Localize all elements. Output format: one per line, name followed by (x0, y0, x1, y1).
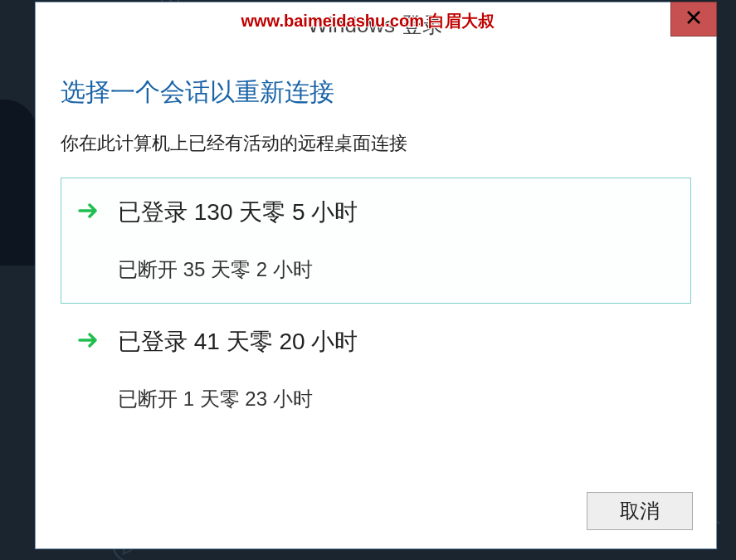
session-logged-in-label: 已登录 130 天零 5 小时 (118, 197, 674, 228)
instruction-title: 选择一个会话以重新连接 (61, 75, 691, 110)
button-row: 取消 (587, 492, 693, 530)
cancel-button[interactable]: 取消 (587, 492, 693, 530)
close-button[interactable] (670, 2, 717, 37)
session-text: 已登录 41 天零 20 小时 已断开 1 天零 23 小时 (118, 326, 674, 412)
session-text: 已登录 130 天零 5 小时 已断开 35 天零 2 小时 (118, 197, 674, 283)
session-list: 已登录 130 天零 5 小时 已断开 35 天零 2 小时 已登录 41 天零… (61, 178, 691, 433)
dialog-content: 选择一个会话以重新连接 你在此计算机上已经有活动的远程桌面连接 已登录 130 … (36, 47, 716, 453)
arrow-right-icon (78, 331, 100, 353)
login-dialog: Windows 登录 选择一个会话以重新连接 你在此计算机上已经有活动的远程桌面… (35, 2, 717, 549)
session-logged-in-label: 已登录 41 天零 20 小时 (118, 326, 674, 358)
close-icon (686, 10, 701, 28)
session-disconnected-label: 已断开 35 天零 2 小时 (118, 256, 674, 283)
instruction-subtitle: 你在此计算机上已经有活动的远程桌面连接 (61, 131, 691, 156)
arrow-right-icon (78, 202, 100, 223)
overlay-watermark-url: www.baimeidashu.com 白眉大叔 (241, 10, 495, 32)
session-disconnected-label: 已断开 1 天零 23 小时 (118, 386, 674, 412)
session-item[interactable]: 已登录 41 天零 20 小时 已断开 1 天零 23 小时 (61, 307, 691, 433)
session-item[interactable]: 已登录 130 天零 5 小时 已断开 35 天零 2 小时 (61, 178, 691, 304)
background-shape (0, 100, 37, 265)
